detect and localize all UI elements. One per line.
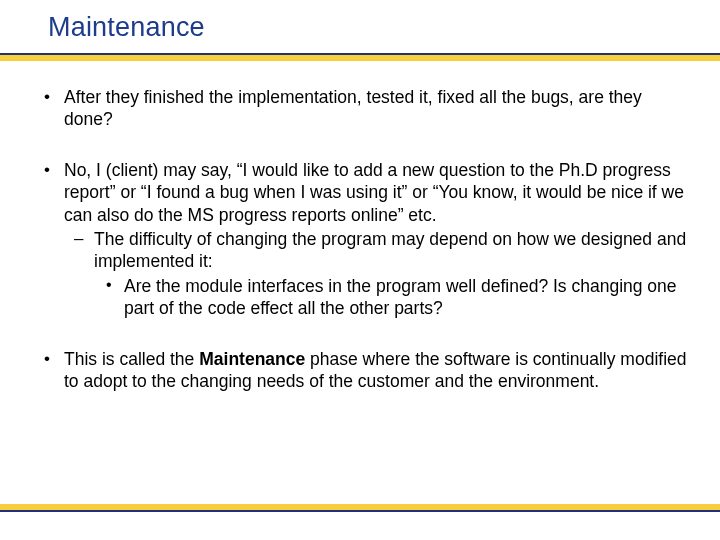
sub-bullet-item: The difficulty of changing the program m… — [64, 228, 690, 320]
bullet-text-bold: Maintenance — [199, 349, 305, 369]
bullet-text: No, I (client) may say, “I would like to… — [64, 160, 684, 225]
bullet-text: After they finished the implementation, … — [64, 87, 642, 129]
bullet-item: No, I (client) may say, “I would like to… — [36, 159, 690, 320]
rule-gold-bar — [0, 55, 720, 61]
sub-bullet-list: The difficulty of changing the program m… — [64, 228, 690, 320]
bullet-item: This is called the Maintenance phase whe… — [36, 348, 690, 393]
bullet-item: After they finished the implementation, … — [36, 86, 690, 131]
sub-bullet-text: The difficulty of changing the program m… — [94, 229, 686, 271]
slide-title: Maintenance — [48, 12, 720, 43]
subsub-bullet-item: Are the module interfaces in the program… — [94, 275, 690, 320]
title-rule — [0, 53, 720, 63]
title-region: Maintenance — [0, 0, 720, 43]
subsub-bullet-text: Are the module interfaces in the program… — [124, 276, 677, 318]
slide: Maintenance After they finished the impl… — [0, 0, 720, 540]
footer-rule — [0, 504, 720, 514]
subsub-bullet-list: Are the module interfaces in the program… — [94, 275, 690, 320]
bullet-text-pre: This is called the — [64, 349, 199, 369]
slide-content: After they finished the implementation, … — [36, 86, 690, 420]
bullet-list: After they finished the implementation, … — [36, 86, 690, 392]
rule-blue-line — [0, 510, 720, 512]
